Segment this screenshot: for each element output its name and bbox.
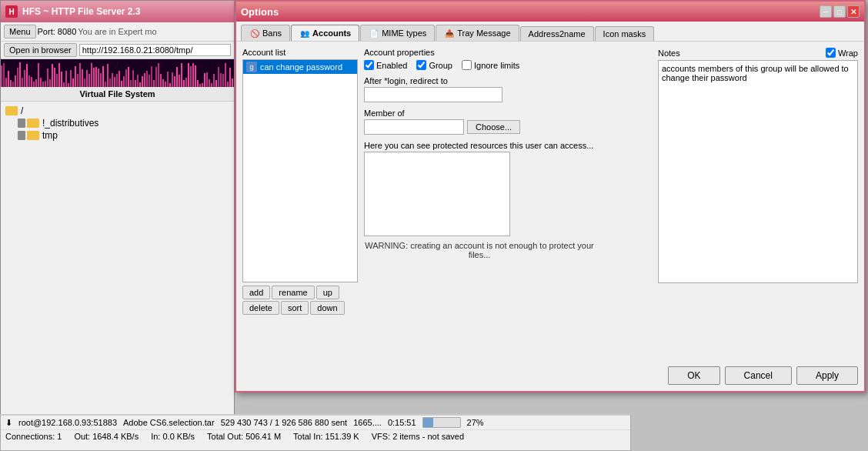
file-name: Adobe CS6.selection.tar: [123, 418, 215, 427]
notes-panel: Notes Wrap accounts members of this grou…: [658, 48, 858, 351]
up-button[interactable]: up: [316, 286, 339, 299]
account-item-name: can change password: [260, 62, 342, 72]
group-checkbox-item[interactable]: Group: [416, 60, 452, 70]
port-label: Port: 8080: [38, 27, 77, 36]
progress-bar-container: [422, 417, 461, 428]
member-of-row: Choose...: [364, 119, 652, 135]
folder-icon: [27, 131, 39, 140]
hfs-waveform: [1, 59, 234, 87]
wrap-label: Wrap: [838, 48, 858, 58]
total-in: Total In: 151.39 K: [293, 432, 359, 441]
hfs-tree: / !_distributives tmp: [1, 102, 234, 145]
account-item-0[interactable]: g can change password: [243, 60, 357, 74]
open-browser-button[interactable]: Open in browser: [4, 43, 77, 57]
tab-mime[interactable]: 📄 MIME types: [360, 25, 435, 41]
titlebar-controls: ─ □ ✕: [820, 5, 860, 18]
accounts-icon: 👥: [299, 28, 310, 38]
status-row1: ⬇ root@192.168.0.93:51883 Adobe CS6.sele…: [1, 416, 630, 430]
choose-button[interactable]: Choose...: [467, 120, 520, 134]
account-list-box[interactable]: g can change password: [242, 59, 358, 282]
dialog-title: Options: [241, 6, 279, 18]
ok-button[interactable]: OK: [668, 366, 719, 385]
expert-label: You are in Expert mo: [78, 27, 156, 36]
tab-accounts[interactable]: 👥 Accounts: [291, 25, 359, 41]
folder-icon: [27, 119, 39, 128]
member-of-label: Member of: [364, 109, 652, 118]
hfs-window: H HFS ~ HTTP File Server 2.3 Menu Port: …: [0, 0, 235, 416]
minimize-button[interactable]: ─: [820, 5, 832, 18]
member-of-input[interactable]: [364, 119, 464, 135]
menu-button[interactable]: Menu: [4, 25, 36, 38]
tray-icon: 📥: [444, 28, 455, 38]
tree-item-distributives: !_distributives: [18, 117, 229, 129]
close-button[interactable]: ✕: [847, 5, 860, 18]
progress-bar-fill: [423, 418, 433, 427]
url-input[interactable]: [79, 44, 231, 56]
after-login-input[interactable]: [364, 87, 502, 102]
options-dialog: Options ─ □ ✕ 🚫 Bans 👥 Accounts 📄 MIME t…: [235, 0, 866, 393]
tab-mime-label: MIME types: [382, 28, 426, 38]
tree-item-root: /: [5, 105, 229, 117]
hfs-icon: H: [5, 5, 18, 18]
tab-address2name[interactable]: Address2name: [520, 26, 594, 41]
hfs-statusbar: ⬇ root@192.168.0.93:51883 Adobe CS6.sele…: [0, 414, 631, 451]
hfs-toolbar: Menu Port: 8080 You are in Expert mo: [1, 22, 234, 42]
tree-item-label: !_distributives: [42, 118, 98, 129]
notes-header: Notes Wrap: [658, 48, 858, 58]
connections-count: Connections: 1: [5, 432, 62, 441]
tab-icon-masks-label: Icon masks: [603, 29, 646, 38]
ignore-limits-checkbox[interactable]: [462, 60, 472, 70]
resources-box: [364, 152, 510, 236]
account-props-label: Account properties: [364, 48, 652, 57]
folder-icon: [5, 106, 18, 115]
tree-item-tmp: tmp: [18, 129, 229, 142]
maximize-button[interactable]: □: [833, 5, 846, 18]
lock-icon: [18, 119, 25, 128]
size-info: 529 430 743 / 1 926 586 880 sent: [221, 418, 348, 427]
enabled-checkbox-item[interactable]: Enabled: [364, 60, 407, 70]
status-row2: Connections: 1 Out: 1648.4 KB/s In: 0.0 …: [1, 430, 630, 443]
mime-icon: 📄: [369, 28, 379, 38]
resources-label: Here you can see protected resources thi…: [364, 141, 652, 150]
tab-bans[interactable]: 🚫 Bans: [241, 25, 290, 41]
dialog-footer: OK Cancel Apply: [668, 366, 858, 385]
group-checkbox[interactable]: [416, 60, 426, 70]
enabled-checkbox[interactable]: [364, 60, 374, 70]
vfs-header: Virtual File System: [1, 87, 234, 102]
ignore-limits-label: Ignore limits: [474, 61, 519, 70]
vfs-status: VFS: 2 items - not saved: [372, 432, 464, 441]
apply-button[interactable]: Apply: [796, 366, 858, 385]
ignore-limits-checkbox-item[interactable]: Ignore limits: [462, 60, 519, 70]
tab-tray[interactable]: 📥 Tray Message: [436, 25, 519, 41]
lock-icon: [18, 131, 25, 140]
time-elapsed: 0:15:51: [388, 418, 416, 427]
tab-icon-masks[interactable]: Icon masks: [595, 26, 655, 41]
notes-textarea[interactable]: accounts members of this group will be a…: [658, 60, 858, 283]
down-button[interactable]: down: [310, 301, 344, 315]
total-out: Total Out: 506.41 M: [207, 432, 281, 441]
rename-button[interactable]: rename: [272, 286, 314, 299]
tab-tray-label: Tray Message: [457, 28, 510, 38]
notes-label: Notes: [658, 48, 680, 58]
checkboxes-row: Enabled Group Ignore limits: [364, 60, 652, 70]
group-label: Group: [429, 61, 452, 70]
sort-button[interactable]: sort: [281, 301, 309, 315]
after-login-label: After *login, redirect to: [364, 76, 652, 85]
tab-accounts-label: Accounts: [312, 28, 351, 38]
progress-label: 27%: [467, 418, 484, 427]
wrap-checkbox[interactable]: [826, 48, 836, 58]
account-item-icon: g: [246, 62, 257, 72]
enabled-label: Enabled: [376, 61, 407, 70]
warning-text: WARNING: creating an account is not enou…: [364, 241, 595, 259]
wrap-checkbox-item[interactable]: Wrap: [826, 48, 858, 58]
in-speed: In: 0.0 KB/s: [151, 432, 195, 441]
connection-id: 1665....: [353, 418, 382, 427]
connection-info: root@192.168.0.93:51883: [18, 418, 117, 427]
dialog-titlebar: Options ─ □ ✕: [236, 2, 864, 22]
hfs-url-bar: Open in browser: [1, 42, 234, 59]
delete-button[interactable]: delete: [242, 301, 279, 315]
add-button[interactable]: add: [242, 286, 270, 299]
cancel-button[interactable]: Cancel: [725, 366, 792, 385]
download-icon: ⬇: [5, 418, 12, 428]
hfs-titlebar: H HFS ~ HTTP File Server 2.3: [1, 1, 234, 22]
